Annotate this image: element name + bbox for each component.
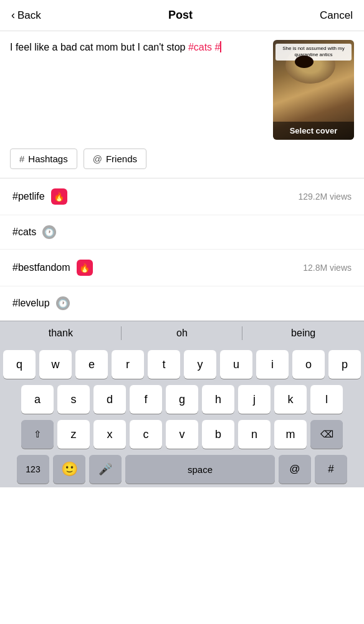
keyboard-row-3: ⇧ z x c v b n m ⌫ [2, 420, 362, 449]
friends-label: Friends [106, 154, 137, 164]
caption-cursor-text: # [212, 42, 220, 52]
hashtag-item-left: #levelup 🕐 [12, 296, 70, 310]
list-item[interactable]: #cats 🕐 [0, 215, 364, 250]
trending-badge: 🔥 [77, 260, 93, 276]
list-item[interactable]: #bestfandom 🔥 12.8M views [0, 250, 364, 286]
header: ‹ Back Post Cancel [0, 0, 364, 31]
key-u[interactable]: u [220, 350, 252, 379]
caption-input[interactable]: I feel like a bad cat mom but I can't st… [10, 40, 266, 55]
autocomplete-thank[interactable]: thank [0, 321, 122, 345]
hashtag-name: #cats [12, 227, 36, 238]
hashtags-button[interactable]: # Hashtags [10, 149, 77, 169]
key-b[interactable]: b [202, 420, 234, 449]
key-l[interactable]: l [310, 385, 343, 414]
key-y[interactable]: y [184, 350, 216, 379]
keyboard-row-2: a s d f g h j k l [2, 385, 362, 414]
key-q[interactable]: q [3, 350, 36, 379]
key-o[interactable]: o [292, 350, 325, 379]
hashtag-name: #bestfandom [12, 262, 70, 273]
hashtag-suggestions: #petlife 🔥 129.2M views #cats 🕐 #bestfan… [0, 178, 364, 321]
hashtag-name: #petlife [12, 191, 45, 202]
delete-key[interactable]: ⌫ [310, 420, 343, 449]
hashtag-views: 129.2M views [298, 192, 352, 202]
key-h[interactable]: h [202, 385, 234, 414]
select-cover-label[interactable]: Select cover [273, 122, 354, 140]
key-v[interactable]: v [166, 420, 198, 449]
at-key[interactable]: @ [279, 455, 311, 484]
numbers-key[interactable]: 123 [17, 455, 49, 484]
key-n[interactable]: n [238, 420, 271, 449]
hashtag-item-left: #petlife 🔥 [12, 188, 67, 205]
trending-badge: 🔥 [51, 188, 67, 205]
autocomplete-being[interactable]: being [242, 321, 364, 345]
fire-icon: 🔥 [79, 263, 90, 273]
hashtag-icon: # [19, 154, 24, 164]
key-m[interactable]: m [274, 420, 307, 449]
key-j[interactable]: j [238, 385, 271, 414]
caption-area: I feel like a bad cat mom but I can't st… [0, 31, 364, 149]
key-s[interactable]: s [57, 385, 90, 414]
list-item[interactable]: #petlife 🔥 129.2M views [0, 178, 364, 215]
keyboard-row-4: 123 🙂 🎤 space @ # [2, 455, 362, 484]
recent-badge: 🕐 [42, 225, 56, 239]
back-label: Back [17, 9, 41, 22]
clock-icon: 🕐 [58, 299, 68, 308]
key-g[interactable]: g [166, 385, 198, 414]
back-button[interactable]: ‹ Back [11, 9, 41, 22]
clock-icon: 🕐 [44, 228, 54, 237]
recent-badge: 🕐 [56, 296, 70, 310]
hashtag-item-left: #cats 🕐 [12, 225, 56, 239]
key-t[interactable]: t [148, 350, 180, 379]
caption-plain-text: I feel like a bad cat mom but I can't st… [10, 42, 188, 52]
back-chevron-icon: ‹ [11, 9, 15, 22]
key-i[interactable]: i [256, 350, 289, 379]
keyboard: q w e r t y u i o p a s d f g h j k l ⇧ … [0, 345, 364, 487]
microphone-key[interactable]: 🎤 [89, 455, 122, 484]
key-k[interactable]: k [274, 385, 307, 414]
hashtag-views: 12.8M views [303, 263, 352, 273]
key-p[interactable]: p [328, 350, 361, 379]
fire-icon: 🔥 [54, 192, 64, 202]
hashtag-item-left: #bestfandom 🔥 [12, 260, 93, 276]
tag-buttons-area: # Hashtags @ Friends [0, 149, 364, 178]
video-thumbnail[interactable]: She is not assumed with my quarantine an… [273, 40, 354, 140]
key-e[interactable]: e [75, 350, 108, 379]
key-z[interactable]: z [57, 420, 90, 449]
shift-key[interactable]: ⇧ [21, 420, 54, 449]
space-key[interactable]: space [125, 455, 275, 484]
key-a[interactable]: a [21, 385, 54, 414]
page-title: Post [168, 9, 193, 22]
keyboard-row-1: q w e r t y u i o p [2, 350, 362, 379]
key-c[interactable]: c [130, 420, 162, 449]
hashtag-name: #levelup [12, 298, 50, 309]
key-w[interactable]: w [39, 350, 72, 379]
autocomplete-bar: thank oh being [0, 321, 364, 345]
text-cursor [220, 41, 221, 52]
key-x[interactable]: x [93, 420, 126, 449]
video-overlay-text: She is not assumed with my quarantine an… [275, 44, 352, 61]
autocomplete-oh[interactable]: oh [122, 321, 243, 345]
list-item[interactable]: #levelup 🕐 [0, 286, 364, 321]
key-r[interactable]: r [112, 350, 144, 379]
key-d[interactable]: d [93, 385, 126, 414]
hash-key[interactable]: # [315, 455, 347, 484]
hashtags-label: Hashtags [28, 154, 67, 164]
key-f[interactable]: f [130, 385, 162, 414]
at-icon: @ [93, 154, 102, 164]
emoji-key[interactable]: 🙂 [53, 455, 85, 484]
friends-button[interactable]: @ Friends [84, 149, 146, 169]
cancel-button[interactable]: Cancel [320, 9, 353, 22]
caption-hashtag1: #cats [188, 42, 212, 52]
